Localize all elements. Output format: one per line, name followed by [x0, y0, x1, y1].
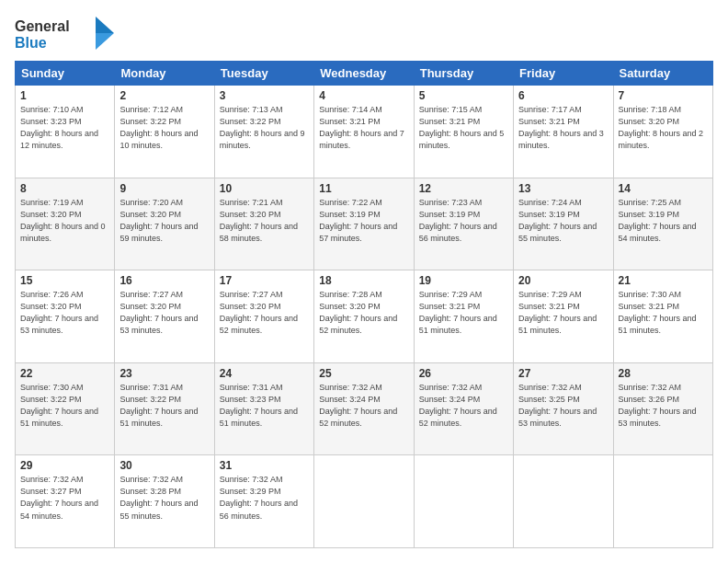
calendar-cell: 6Sunrise: 7:17 AM Sunset: 3:21 PM Daylig…: [514, 86, 613, 178]
calendar-cell: 5Sunrise: 7:15 AM Sunset: 3:21 PM Daylig…: [414, 86, 513, 178]
day-number: 9: [119, 182, 209, 195]
day-number: 31: [220, 459, 309, 472]
calendar-cell: [613, 455, 712, 548]
day-info: Sunrise: 7:26 AM Sunset: 3:20 PM Dayligh…: [20, 289, 109, 337]
calendar-week-row: 22Sunrise: 7:30 AM Sunset: 3:22 PM Dayli…: [16, 362, 713, 455]
day-info: Sunrise: 7:32 AM Sunset: 3:24 PM Dayligh…: [419, 382, 508, 430]
calendar-cell: 3Sunrise: 7:13 AM Sunset: 3:22 PM Daylig…: [214, 86, 313, 178]
day-info: Sunrise: 7:29 AM Sunset: 3:21 PM Dayligh…: [419, 289, 508, 337]
day-info: Sunrise: 7:25 AM Sunset: 3:19 PM Dayligh…: [619, 197, 708, 245]
day-number: 8: [20, 182, 109, 195]
calendar-cell: 1Sunrise: 7:10 AM Sunset: 3:23 PM Daylig…: [16, 86, 115, 178]
day-info: Sunrise: 7:24 AM Sunset: 3:19 PM Dayligh…: [518, 197, 608, 245]
calendar-week-row: 8Sunrise: 7:19 AM Sunset: 3:20 PM Daylig…: [16, 178, 713, 270]
calendar-cell: 21Sunrise: 7:30 AM Sunset: 3:21 PM Dayli…: [613, 270, 712, 363]
calendar-cell: 8Sunrise: 7:19 AM Sunset: 3:20 PM Daylig…: [16, 178, 115, 270]
day-info: Sunrise: 7:31 AM Sunset: 3:22 PM Dayligh…: [119, 382, 209, 430]
weekday-header-row: SundayMondayTuesdayWednesdayThursdayFrid…: [16, 62, 713, 86]
day-info: Sunrise: 7:32 AM Sunset: 3:26 PM Dayligh…: [619, 382, 708, 430]
day-number: 23: [119, 367, 209, 380]
day-number: 3: [220, 89, 309, 102]
calendar-cell: 24Sunrise: 7:31 AM Sunset: 3:23 PM Dayli…: [214, 362, 313, 455]
day-number: 12: [419, 182, 508, 195]
day-number: 28: [619, 367, 708, 380]
weekday-header-tuesday: Tuesday: [214, 62, 313, 86]
day-info: Sunrise: 7:32 AM Sunset: 3:25 PM Dayligh…: [518, 382, 608, 430]
calendar-cell: 31Sunrise: 7:32 AM Sunset: 3:29 PM Dayli…: [214, 455, 313, 548]
day-number: 14: [619, 182, 708, 195]
page: GeneralBlue SundayMondayTuesdayWednesday…: [0, 0, 728, 563]
day-number: 16: [119, 274, 209, 287]
day-info: Sunrise: 7:29 AM Sunset: 3:21 PM Dayligh…: [518, 289, 608, 337]
day-info: Sunrise: 7:22 AM Sunset: 3:19 PM Dayligh…: [319, 197, 408, 245]
calendar-cell: 2Sunrise: 7:12 AM Sunset: 3:22 PM Daylig…: [115, 86, 214, 178]
weekday-header-friday: Friday: [514, 62, 613, 86]
day-info: Sunrise: 7:21 AM Sunset: 3:20 PM Dayligh…: [220, 197, 309, 245]
svg-text:General: General: [15, 18, 70, 34]
calendar-cell: 25Sunrise: 7:32 AM Sunset: 3:24 PM Dayli…: [314, 362, 414, 455]
calendar-cell: 9Sunrise: 7:20 AM Sunset: 3:20 PM Daylig…: [115, 178, 214, 270]
day-info: Sunrise: 7:32 AM Sunset: 3:27 PM Dayligh…: [20, 474, 109, 522]
day-info: Sunrise: 7:31 AM Sunset: 3:23 PM Dayligh…: [220, 382, 309, 430]
day-number: 24: [220, 367, 309, 380]
calendar-cell: 29Sunrise: 7:32 AM Sunset: 3:27 PM Dayli…: [16, 455, 115, 548]
calendar-week-row: 1Sunrise: 7:10 AM Sunset: 3:23 PM Daylig…: [16, 86, 713, 178]
weekday-header-sunday: Sunday: [16, 62, 115, 86]
day-info: Sunrise: 7:27 AM Sunset: 3:20 PM Dayligh…: [119, 289, 209, 337]
weekday-header-thursday: Thursday: [414, 62, 513, 86]
day-info: Sunrise: 7:20 AM Sunset: 3:20 PM Dayligh…: [119, 197, 209, 245]
day-info: Sunrise: 7:23 AM Sunset: 3:19 PM Dayligh…: [419, 197, 508, 245]
day-number: 6: [518, 89, 608, 102]
day-number: 2: [119, 89, 209, 102]
day-number: 10: [220, 182, 309, 195]
day-info: Sunrise: 7:10 AM Sunset: 3:23 PM Dayligh…: [20, 104, 109, 152]
day-info: Sunrise: 7:30 AM Sunset: 3:21 PM Dayligh…: [619, 289, 708, 337]
calendar-cell: 4Sunrise: 7:14 AM Sunset: 3:21 PM Daylig…: [314, 86, 414, 178]
day-number: 20: [518, 274, 608, 287]
day-number: 19: [419, 274, 508, 287]
calendar-cell: 19Sunrise: 7:29 AM Sunset: 3:21 PM Dayli…: [414, 270, 513, 363]
day-number: 27: [518, 367, 608, 380]
calendar-cell: 20Sunrise: 7:29 AM Sunset: 3:21 PM Dayli…: [514, 270, 613, 363]
svg-text:Blue: Blue: [15, 35, 47, 51]
day-number: 15: [20, 274, 109, 287]
day-info: Sunrise: 7:32 AM Sunset: 3:29 PM Dayligh…: [220, 474, 309, 522]
calendar-cell: 27Sunrise: 7:32 AM Sunset: 3:25 PM Dayli…: [514, 362, 613, 455]
calendar-week-row: 15Sunrise: 7:26 AM Sunset: 3:20 PM Dayli…: [16, 270, 713, 363]
day-number: 26: [419, 367, 508, 380]
weekday-header-monday: Monday: [115, 62, 214, 86]
calendar-cell: 18Sunrise: 7:28 AM Sunset: 3:20 PM Dayli…: [314, 270, 414, 363]
day-info: Sunrise: 7:19 AM Sunset: 3:20 PM Dayligh…: [20, 197, 109, 245]
calendar-cell: [514, 455, 613, 548]
calendar-cell: 14Sunrise: 7:25 AM Sunset: 3:19 PM Dayli…: [613, 178, 712, 270]
calendar-cell: 13Sunrise: 7:24 AM Sunset: 3:19 PM Dayli…: [514, 178, 613, 270]
calendar-cell: [314, 455, 414, 548]
calendar-cell: 28Sunrise: 7:32 AM Sunset: 3:26 PM Dayli…: [613, 362, 712, 455]
day-info: Sunrise: 7:14 AM Sunset: 3:21 PM Dayligh…: [319, 104, 408, 152]
day-number: 30: [119, 459, 209, 472]
calendar-cell: 22Sunrise: 7:30 AM Sunset: 3:22 PM Dayli…: [16, 362, 115, 455]
day-number: 25: [319, 367, 408, 380]
day-info: Sunrise: 7:30 AM Sunset: 3:22 PM Dayligh…: [20, 382, 109, 430]
calendar-cell: 26Sunrise: 7:32 AM Sunset: 3:24 PM Dayli…: [414, 362, 513, 455]
svg-marker-0: [96, 17, 114, 33]
day-info: Sunrise: 7:18 AM Sunset: 3:20 PM Dayligh…: [619, 104, 708, 152]
calendar-cell: 12Sunrise: 7:23 AM Sunset: 3:19 PM Dayli…: [414, 178, 513, 270]
day-info: Sunrise: 7:28 AM Sunset: 3:20 PM Dayligh…: [319, 289, 408, 337]
weekday-header-saturday: Saturday: [613, 62, 712, 86]
day-info: Sunrise: 7:13 AM Sunset: 3:22 PM Dayligh…: [220, 104, 309, 152]
calendar-cell: 23Sunrise: 7:31 AM Sunset: 3:22 PM Dayli…: [115, 362, 214, 455]
day-number: 29: [20, 459, 109, 472]
day-number: 5: [419, 89, 508, 102]
calendar-cell: 7Sunrise: 7:18 AM Sunset: 3:20 PM Daylig…: [613, 86, 712, 178]
calendar-cell: 10Sunrise: 7:21 AM Sunset: 3:20 PM Dayli…: [214, 178, 313, 270]
day-number: 17: [220, 274, 309, 287]
day-number: 21: [619, 274, 708, 287]
day-info: Sunrise: 7:27 AM Sunset: 3:20 PM Dayligh…: [220, 289, 309, 337]
calendar-cell: 17Sunrise: 7:27 AM Sunset: 3:20 PM Dayli…: [214, 270, 313, 363]
logo: GeneralBlue: [15, 15, 125, 53]
day-number: 7: [619, 89, 708, 102]
logo-svg: GeneralBlue: [15, 15, 125, 53]
day-info: Sunrise: 7:17 AM Sunset: 3:21 PM Dayligh…: [518, 104, 608, 152]
calendar-cell: 15Sunrise: 7:26 AM Sunset: 3:20 PM Dayli…: [16, 270, 115, 363]
